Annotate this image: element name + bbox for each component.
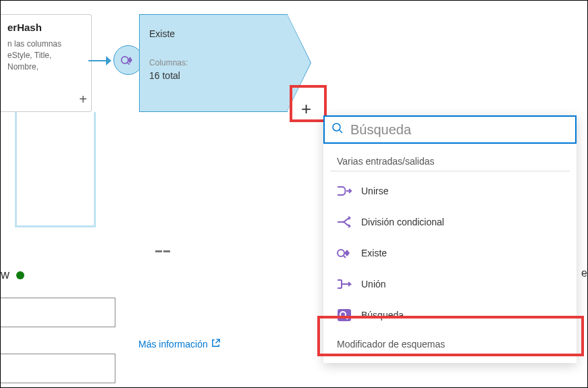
- menu-item-label: División condicional: [361, 217, 444, 227]
- bottom-field-1[interactable]: [1, 298, 115, 327]
- add-transformation-button[interactable]: +: [301, 99, 311, 119]
- status-row: w: [1, 268, 24, 282]
- search-icon: [331, 122, 344, 137]
- split-icon: [337, 215, 352, 229]
- exists-icon: [337, 246, 352, 260]
- pipe-vertical-2: [94, 112, 96, 227]
- exists-icon: [121, 53, 136, 67]
- menu-item-join[interactable]: Unirse: [323, 175, 577, 206]
- exists-columns-label: Columnas:: [149, 58, 278, 67]
- menu-item-exists[interactable]: Existe: [323, 238, 577, 269]
- svg-line-3: [340, 130, 342, 133]
- exists-node[interactable]: Existe Columnas: 16 total: [139, 14, 301, 112]
- pipe-horizontal: [15, 225, 96, 227]
- pipe-vertical: [15, 112, 17, 227]
- connector-arrowhead: [106, 56, 111, 65]
- union-icon: [337, 277, 352, 292]
- more-info-link[interactable]: Más información: [138, 338, 221, 350]
- menu-item-label: Unirse: [361, 186, 388, 196]
- exists-columns-value: 16 total: [149, 70, 278, 81]
- right-edge-text-fragment: e: [581, 267, 587, 279]
- add-after-left-button[interactable]: +: [79, 92, 87, 107]
- panel-drag-handle[interactable]: [153, 250, 173, 256]
- search-box[interactable]: [323, 115, 577, 144]
- join-icon: [337, 184, 352, 198]
- node-left-desc: n las columnas eStyle, Title, Nombre,: [7, 38, 84, 72]
- svg-rect-6: [338, 309, 351, 321]
- menu-item-label: Búsqueda: [361, 310, 404, 321]
- more-info-text: Más información: [138, 339, 208, 350]
- exists-node-title: Existe: [149, 28, 278, 39]
- search-input[interactable]: [350, 122, 568, 138]
- svg-line-1: [127, 62, 129, 64]
- menu-item-conditional-split[interactable]: División condicional: [323, 206, 577, 238]
- menu-item-lookup[interactable]: Búsqueda: [323, 300, 577, 331]
- menu-section-schema-mod: Modificador de esquemas: [330, 335, 570, 354]
- menu-section-multi-io: Varias entradas/salidas: [330, 152, 570, 171]
- node-left-title: erHash: [7, 22, 84, 33]
- lookup-icon: [337, 308, 352, 323]
- transformation-menu: Varias entradas/salidas Unirse División …: [323, 115, 577, 363]
- external-link-icon: [211, 338, 221, 350]
- status-dot-green: [16, 271, 24, 279]
- bottom-field-2[interactable]: [1, 354, 115, 383]
- menu-item-union[interactable]: Unión: [323, 269, 577, 300]
- node-left-partial[interactable]: erHash n las columnas eStyle, Title, Nom…: [1, 14, 92, 112]
- menu-item-label: Existe: [361, 248, 387, 258]
- svg-point-2: [333, 123, 340, 131]
- svg-line-5: [344, 256, 346, 258]
- menu-item-label: Unión: [361, 279, 386, 289]
- status-letter: w: [1, 268, 9, 282]
